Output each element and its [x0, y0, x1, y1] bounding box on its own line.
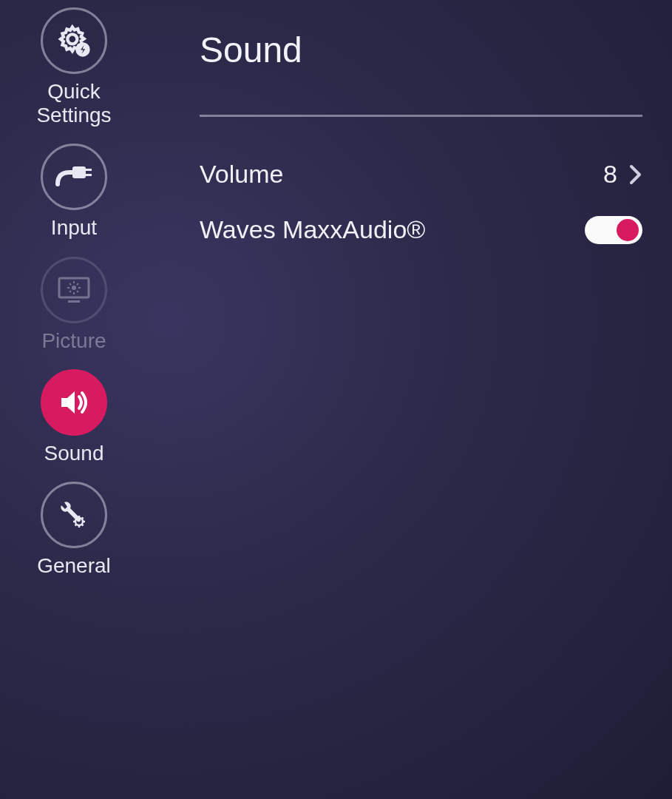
sidebar-item-label: Quick Settings: [36, 80, 111, 127]
sidebar: Quick Settings Input: [0, 0, 148, 799]
gear-bolt-icon: [41, 7, 107, 74]
svg-line-23: [82, 517, 84, 519]
sidebar-item-sound[interactable]: Sound: [41, 369, 107, 465]
toggle-maxxaudio[interactable]: [585, 216, 642, 244]
plug-icon: [41, 144, 107, 210]
svg-rect-3: [86, 169, 92, 171]
svg-line-21: [75, 517, 77, 519]
row-value-group: [585, 216, 642, 244]
brightness-monitor-icon: [41, 257, 107, 323]
svg-line-14: [77, 283, 78, 285]
svg-line-22: [82, 524, 84, 525]
chevron-right-icon: [629, 164, 642, 185]
svg-rect-2: [72, 166, 86, 178]
row-label: Waves MaxxAudio®: [200, 215, 425, 244]
main-panel: Sound Volume 8 Waves MaxxAudio®: [148, 0, 672, 799]
page-title: Sound: [200, 30, 642, 70]
sidebar-item-general[interactable]: General: [37, 482, 111, 578]
svg-point-7: [72, 286, 76, 290]
svg-line-12: [69, 283, 71, 285]
toggle-knob: [617, 219, 639, 241]
sidebar-item-quick-settings[interactable]: Quick Settings: [36, 7, 111, 127]
sidebar-item-picture[interactable]: Picture: [41, 257, 107, 353]
speaker-icon: [41, 369, 107, 436]
svg-point-0: [67, 34, 77, 44]
sidebar-item-label: Sound: [44, 442, 104, 465]
sidebar-item-label: General: [37, 554, 111, 578]
svg-line-15: [69, 291, 71, 292]
row-maxxaudio[interactable]: Waves MaxxAudio®: [200, 202, 642, 257]
svg-rect-4: [86, 174, 92, 176]
sidebar-item-input[interactable]: Input: [41, 144, 107, 240]
row-volume[interactable]: Volume 8: [200, 146, 642, 202]
row-label: Volume: [200, 160, 283, 189]
wrench-gear-icon: [41, 482, 107, 548]
sidebar-item-label: Input: [51, 216, 97, 240]
volume-value: 8: [603, 160, 617, 189]
svg-line-24: [75, 524, 77, 525]
row-value-group: 8: [603, 160, 642, 189]
sidebar-item-label: Picture: [41, 329, 106, 353]
svg-rect-6: [68, 300, 80, 303]
svg-line-13: [77, 291, 78, 292]
divider: [200, 115, 642, 117]
